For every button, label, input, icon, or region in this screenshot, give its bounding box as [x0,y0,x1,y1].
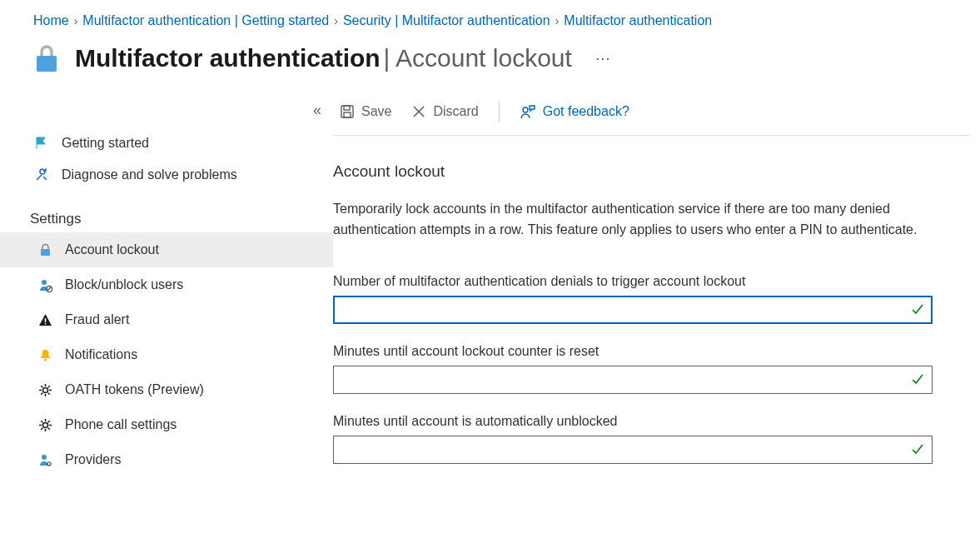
toolbar: Save Discard Got feedback? [333,92,970,136]
gear-icon [37,418,53,432]
discard-button[interactable]: Discard [405,101,485,122]
svg-rect-5 [44,318,46,322]
lock-icon [37,243,53,257]
warning-icon [37,313,53,327]
svg-rect-6 [44,323,46,325]
sidebar-item-account-lockout[interactable]: Account lockout [0,232,333,267]
close-icon [411,104,426,119]
field-label-unblock-minutes: Minutes until account is automatically u… [333,414,933,429]
svg-rect-1 [41,249,50,256]
sidebar-item-oath-tokens[interactable]: OATH tokens (Preview) [0,372,333,407]
sidebar: « Getting started Diagnose and solve pro… [0,78,333,484]
bell-icon [37,348,53,362]
breadcrumb-link-mfa-getting-started[interactable]: Multifactor authentication | Getting sta… [82,13,329,28]
svg-line-24 [41,427,42,429]
field-label-denials: Number of multifactor authentication den… [333,274,933,289]
sidebar-item-providers[interactable]: Providers [0,442,333,477]
denials-input[interactable] [333,296,933,324]
sidebar-item-getting-started[interactable]: Getting started [0,127,333,159]
save-icon [340,104,355,119]
unblock-minutes-input[interactable] [333,436,933,464]
chevron-right-icon: › [334,14,338,27]
chevron-right-icon: › [555,14,560,27]
toolbar-label: Got feedback? [543,104,629,119]
lock-icon [30,42,63,75]
svg-rect-0 [37,56,57,72]
field-label-reset-minutes: Minutes until account lockout counter is… [333,344,933,359]
sidebar-item-label: Diagnose and solve problems [62,167,237,182]
sidebar-item-phone-call[interactable]: Phone call settings [0,407,333,442]
more-actions-button[interactable]: ⋯ [584,49,612,67]
svg-point-26 [42,455,47,460]
svg-line-15 [41,392,42,394]
collapse-sidebar-button[interactable]: « [0,102,333,127]
checkmark-icon [911,303,924,316]
checkmark-icon [911,443,924,456]
tools-icon [33,167,50,182]
flag-icon [33,136,50,151]
person-feedback-icon [520,103,536,120]
checkmark-icon [911,373,924,386]
breadcrumb-link-mfa[interactable]: Multifactor authentication [564,13,712,28]
reset-minutes-input[interactable] [333,366,933,394]
toolbar-label: Save [361,104,391,119]
svg-rect-32 [341,106,353,117]
breadcrumb-link-security-mfa[interactable]: Security | Multifactor authentication [343,13,550,28]
sidebar-item-block-unblock[interactable]: Block/unblock users [0,267,333,302]
svg-point-2 [42,280,47,285]
save-button[interactable]: Save [333,101,398,122]
person-gear-icon [37,453,53,467]
svg-point-37 [523,107,528,112]
svg-rect-33 [344,106,350,110]
breadcrumb-link-home[interactable]: Home [33,13,69,28]
svg-line-13 [41,386,42,387]
sidebar-item-label: OATH tokens (Preview) [65,382,204,397]
sidebar-item-fraud-alert[interactable]: Fraud alert [0,302,333,337]
toolbar-divider [499,101,500,122]
svg-rect-34 [344,112,351,117]
gear-icon [37,383,53,397]
sidebar-item-label: Getting started [62,136,149,151]
sidebar-item-label: Providers [65,452,122,467]
breadcrumb: Home › Multifactor authentication | Gett… [0,0,980,33]
sidebar-item-notifications[interactable]: Notifications [0,337,333,372]
sidebar-item-label: Account lockout [65,242,159,257]
sidebar-section-settings: Settings [0,191,333,232]
sidebar-item-label: Notifications [65,347,137,362]
svg-line-23 [47,427,49,429]
svg-point-27 [47,462,51,466]
chevron-right-icon: › [74,14,78,27]
svg-point-8 [42,387,47,392]
section-heading: Account lockout [333,162,933,181]
feedback-button[interactable]: Got feedback? [513,100,636,123]
person-block-icon [37,278,53,292]
page-title-row: Multifactor authentication | Account loc… [0,33,980,78]
sidebar-item-label: Phone call settings [65,417,177,432]
svg-line-14 [47,392,49,394]
main-panel: Save Discard Got feedback? Account locko… [333,78,980,484]
svg-point-7 [44,358,47,361]
sidebar-item-label: Block/unblock users [65,277,183,292]
page-title: Multifactor authentication [75,44,381,72]
toolbar-label: Discard [433,104,478,119]
sidebar-item-label: Fraud alert [65,312,129,327]
svg-line-16 [47,386,49,387]
page-subtitle: | Account lockout [384,44,572,72]
section-description: Temporarily lock accounts in the multifa… [333,199,933,241]
sidebar-item-diagnose[interactable]: Diagnose and solve problems [0,159,333,191]
svg-line-25 [47,421,49,422]
svg-point-17 [42,422,47,427]
svg-line-22 [41,421,42,422]
